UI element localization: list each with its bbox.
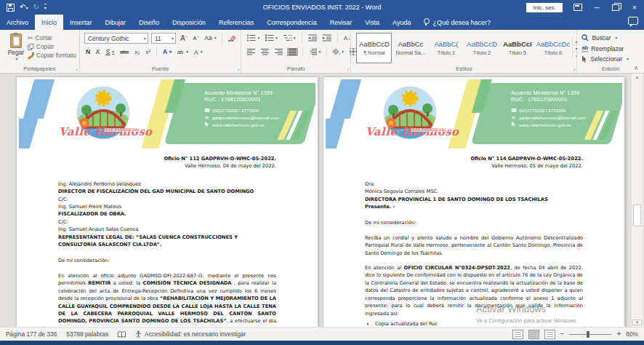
select-button[interactable]: Seleccionar▾ (581, 55, 629, 63)
clipboard-dialog-launcher-icon[interactable]: ⌟ (76, 66, 78, 71)
multilevel-list-button[interactable]: ▾ (282, 33, 297, 42)
oficio-number: Oficio N° 114 GADPRVH-O-WMC-05-2022. (365, 155, 583, 162)
highlight-color-button[interactable]: ab▾ (176, 48, 190, 56)
italic-button[interactable]: K (94, 48, 102, 56)
change-case-button[interactable]: Aa▾ (203, 34, 217, 42)
style-titulo-1[interactable]: AaBbC(Título 1 (429, 33, 463, 63)
bullets-button[interactable]: ▾ (246, 33, 261, 42)
customize-qat-icon[interactable]: ▾ (44, 4, 47, 12)
spacing-lines-icon (312, 49, 317, 55)
align-left-button[interactable] (246, 48, 257, 56)
proofing-book-icon (118, 331, 126, 338)
brand-name: Valle Hermoso (366, 125, 459, 138)
document-area[interactable]: Acuerdo Ministerial N° 1359 RUC : 176812… (0, 74, 644, 327)
font-color-button[interactable]: A▾ (193, 48, 204, 56)
cut-button[interactable]: ✂Cortar (28, 34, 76, 41)
page-1[interactable]: Acuerdo Ministerial N° 1359 RUC : 176812… (16, 76, 318, 327)
subscript-button[interactable]: x₂ (133, 48, 141, 56)
font-dialog-launcher-icon[interactable]: ⌟ (237, 66, 239, 71)
style-titulo-5[interactable]: AaBbCcITítulo 5 (500, 33, 534, 63)
tab-correspondencia[interactable]: Correspondencia (260, 15, 323, 30)
group-styles: AaBbCcD¶ Normal AaBbCcNormal Sa... AaBbC… (351, 30, 577, 73)
underline-button[interactable]: S▾ (105, 48, 116, 56)
font-name-select[interactable]: Century Gothic▾ (84, 33, 148, 44)
shrink-font-button[interactable]: Aˇ (191, 34, 200, 42)
decrease-indent-button[interactable] (307, 33, 318, 42)
undo-icon[interactable]: ↶▾ (20, 4, 28, 12)
blue-stripe (19, 119, 38, 148)
email-icon: ✉ (204, 114, 209, 122)
style-titulo-6[interactable]: AaBbCcDcTítulo 6 (536, 33, 570, 63)
accessibility-status[interactable]: Accesibilidad: es necesario investigar (135, 330, 246, 338)
letter-body[interactable]: Oficio N° 112 GADPRVH-O-WMC-05-2022. Val… (17, 148, 318, 327)
justify-button[interactable] (287, 48, 298, 56)
align-right-button[interactable] (273, 48, 284, 56)
collapse-ribbon-icon[interactable]: ∧ (634, 65, 638, 71)
ribbon-display-options-icon[interactable] (568, 0, 587, 15)
vertical-scrollbar[interactable]: ▲ ▼ (631, 74, 643, 327)
style-normal[interactable]: AaBbCcD¶ Normal (356, 33, 392, 63)
paste-button[interactable]: Pegar ▾ (4, 33, 28, 61)
word-count[interactable]: 53788 palabras (66, 330, 108, 338)
tab-insertar[interactable]: Insertar (63, 15, 99, 30)
sign-in-button[interactable]: Inic. ses. (526, 3, 563, 12)
scroll-up-icon[interactable]: ▲ (632, 75, 643, 79)
zoom-slider[interactable] (569, 334, 611, 335)
page-indicator[interactable]: Página 177 de 336 (6, 330, 57, 338)
comments-icon[interactable] (628, 17, 638, 25)
line-spacing-button[interactable]: ↕▾ (307, 48, 322, 56)
recipient-block: Ing. Alejandro Perdomo VelásquezDIRECTOR… (58, 181, 276, 249)
print-layout-button[interactable] (528, 330, 539, 339)
minimize-button[interactable]: ─ (587, 0, 606, 15)
tab-archivo[interactable]: Archivo (0, 15, 35, 30)
read-mode-button[interactable] (512, 330, 523, 339)
copy-button[interactable]: Copiar (28, 43, 76, 50)
proofing-status[interactable] (118, 331, 126, 338)
style-normal-sa[interactable]: AaBbCcNormal Sa... (393, 33, 427, 63)
close-button[interactable]: × (625, 0, 644, 15)
font-size-select[interactable]: 11▾ (151, 33, 176, 44)
align-center-button[interactable] (259, 48, 270, 56)
sort-button[interactable]: A↓ (342, 34, 352, 42)
zoom-in-button[interactable]: + (616, 330, 621, 338)
styles-dialog-launcher-icon[interactable]: ⌟ (573, 66, 575, 71)
tab-diseno[interactable]: Diseño (132, 15, 166, 30)
zoom-slider-thumb[interactable] (587, 331, 589, 338)
zoom-out-button[interactable]: − (560, 330, 565, 338)
find-button[interactable]: Buscar▾ (581, 34, 629, 41)
group-clipboard: Pegar ▾ ✂Cortar Copiar Copiar formato Po… (0, 30, 80, 73)
redo-icon[interactable]: ↻ (33, 4, 39, 11)
increase-indent-button[interactable] (321, 33, 333, 42)
web-layout-button[interactable] (544, 330, 555, 339)
ribbon-tab-row: Archivo Inicio Insertar Dibujar Diseño D… (0, 15, 644, 30)
replace-button[interactable]: abReemplazar (581, 44, 629, 52)
text-effects-button[interactable]: A▾ (161, 48, 173, 56)
letter-body[interactable]: Oficio N° 114 GADPRVH-O-WMC-05-2022. Val… (323, 148, 624, 327)
zoom-level[interactable]: 80% (626, 330, 638, 338)
numbering-button[interactable]: ▾ (264, 33, 279, 42)
scroll-down-icon[interactable]: ▼ (632, 320, 642, 325)
tab-revisar[interactable]: Revisar (323, 15, 359, 30)
tab-dibujar[interactable]: Dibujar (99, 15, 133, 30)
tab-inicio[interactable]: Inicio (35, 15, 63, 30)
page-2[interactable]: Acuerdo Ministerial N° 1359 RUC : 176812… (323, 76, 625, 327)
email-icon: ✉ (511, 114, 516, 122)
tab-disposicion[interactable]: Disposición (166, 15, 212, 30)
tab-referencias[interactable]: Referencias (212, 15, 260, 30)
strikethrough-button[interactable]: abc (118, 48, 130, 56)
save-icon[interactable] (7, 4, 15, 12)
group-paragraph: ▾ ▾ ▾ A↓ ¶ ↕▾ (241, 30, 351, 73)
restore-button[interactable] (606, 0, 625, 15)
scrollbar-thumb[interactable] (633, 205, 641, 226)
tab-vista[interactable]: Vista (358, 15, 386, 30)
paragraph-dialog-launcher-icon[interactable]: ⌟ (347, 66, 349, 71)
format-painter-button[interactable]: Copiar formato (28, 52, 76, 59)
tell-me-box[interactable]: ¿Qué desea hacer? (417, 15, 496, 30)
style-titulo-2[interactable]: AaBbCcDTítulo 2 (464, 33, 499, 63)
superscript-button[interactable]: x² (144, 48, 152, 56)
shading-button[interactable]: ▾ (331, 48, 345, 56)
grow-font-button[interactable]: Aˆ (179, 34, 188, 42)
bold-button[interactable]: N (84, 48, 92, 56)
clear-formatting-button[interactable] (227, 35, 238, 41)
tab-ayuda[interactable]: Ayuda (386, 15, 417, 30)
